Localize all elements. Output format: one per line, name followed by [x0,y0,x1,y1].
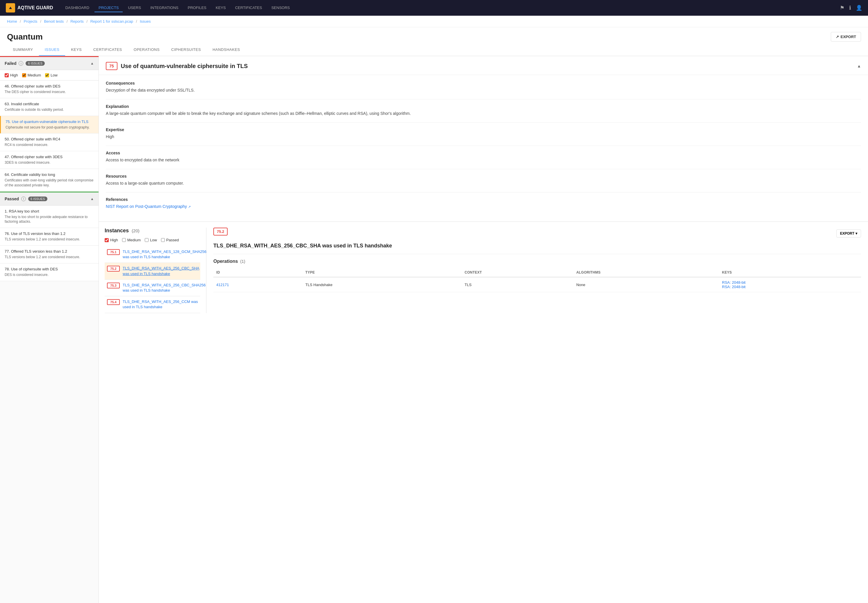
passed-info-icon[interactable]: i [21,196,26,201]
nav-integrations[interactable]: INTEGRATIONS [146,4,182,12]
key-link-2[interactable]: RSA: 2048-bit [722,284,746,289]
inst-filter-passed[interactable]: Passed [161,238,179,242]
tab-issues[interactable]: ISSUES [39,44,65,56]
breadcrumb-benoit-tests[interactable]: Benoit tests [44,19,64,23]
instance-text-75-1[interactable]: TLS_DHE_RSA_WITH_AES_128_GCM_SHA256 was … [123,249,206,260]
issue-item-63[interactable]: 63. Invalid certificate Certificate is o… [0,98,99,116]
breadcrumb-projects[interactable]: Projects [24,19,37,23]
detail-references: References NIST Report on Post-Quantum C… [106,197,861,210]
instance-text-75-4[interactable]: TLS_DHE_RSA_WITH_AES_256_CCM was used in… [123,299,198,310]
detail-collapse-icon[interactable]: ▲ [857,64,861,68]
instances-section: Instances (20) High Medium Low [99,221,868,319]
operation-id-link[interactable]: 412171 [216,283,229,287]
issue-item-47[interactable]: 47. Offered cipher suite with 3DES 3DES … [0,151,99,169]
nav-profiles[interactable]: PROFILES [184,4,210,12]
logo[interactable]: AQTIVE GUARD [6,3,53,12]
issue-desc-75: Ciphersuite not secure for post-quantum … [6,125,94,130]
tab-handshakes[interactable]: HANDSHAKES [207,44,246,56]
nav-certificates[interactable]: CERTIFICATES [231,4,266,12]
inst-filter-low[interactable]: Low [145,238,157,242]
issue-desc-50: RC4 is considered insecure. [5,142,94,147]
tab-ciphersuites[interactable]: CIPHERSUITES [165,44,207,56]
failed-info-icon[interactable]: i [19,61,23,66]
inst-filter-passed-checkbox[interactable] [161,238,165,242]
filter-medium[interactable]: Medium [22,73,41,77]
inst-filter-high-label: High [110,238,118,242]
instances-header: Instances (20) [105,228,200,234]
filter-high-checkbox[interactable] [5,73,9,77]
breadcrumb-reports[interactable]: Reports [70,19,84,23]
inst-filter-low-checkbox[interactable] [145,238,148,242]
inst-filter-high[interactable]: High [105,238,118,242]
inst-filter-low-label: Low [150,238,157,242]
breadcrumb-issues[interactable]: Issues [140,19,151,23]
instances-right: 75.2 EXPORT ▾ TLS_DHE_RSA_WITH_AES_256_C… [206,228,868,313]
passed-item-1[interactable]: 1. RSA key too short The key is too shor… [0,206,99,228]
cell-keys: RSA: 2048-bit RSA: 2048-bit [719,277,861,292]
filter-high-label: High [10,73,18,77]
instance-item-75-4[interactable]: 75.4 TLS_DHE_RSA_WITH_AES_256_CCM was us… [105,296,200,313]
export-button[interactable]: ↗ EXPORT [831,32,861,42]
instance-export-label: EXPORT [840,232,854,235]
cell-algorithms: None [573,277,719,292]
nav-keys[interactable]: KEYS [212,4,230,12]
filter-low[interactable]: Low [45,73,57,77]
issue-item-75[interactable]: 75. Use of quantum-vulnerable ciphersuit… [0,116,99,134]
external-link-icon: ↗ [188,205,191,209]
access-value: Access to encrypted data on the network [106,157,861,163]
instance-item-75-3[interactable]: 75.3 TLS_DHE_RSA_WITH_AES_256_CBC_SHA256… [105,280,200,296]
nav-sensors[interactable]: SENSORS [267,4,294,12]
passed-item-78[interactable]: 78. Use of ciphersuite with DES DES is c… [0,263,99,281]
tab-summary[interactable]: SUMMARY [7,44,39,56]
issue-item-46[interactable]: 46. Offered cipher suite with DES The DE… [0,80,99,98]
issue-desc-63: Certificate is outside its validity peri… [5,107,94,112]
passed-title-78: 78. Use of ciphersuite with DES [5,267,94,271]
failed-section-header[interactable]: Failed i 6 ISSUES ▲ [0,57,99,70]
cell-context: TLS [462,277,573,292]
filter-high[interactable]: High [5,73,18,77]
expertise-label: Expertise [106,127,861,132]
breadcrumb-home[interactable]: Home [7,19,17,23]
flag-icon[interactable]: ⚑ [840,5,845,11]
operations-table-head: ID Type Context Algorithms Keys [213,268,861,277]
key-link-1[interactable]: RSA: 2048-bit [722,280,746,284]
issue-detail-header: 75 Use of quantum-vulnerable ciphersuite… [99,56,868,75]
tab-keys[interactable]: KEYS [65,44,88,56]
tab-operations[interactable]: OPERATIONS [128,44,165,56]
issue-item-50[interactable]: 50. Offered cipher suite with RC4 RC4 is… [0,133,99,151]
instance-item-75-2[interactable]: 75.2 TLS_DHE_RSA_WITH_AES_256_CBC_SHA wa… [105,263,200,280]
instances-left: Instances (20) High Medium Low [99,228,206,313]
operations-table-body: 412171 TLS Handshake TLS None RSA: 2048-… [213,277,861,292]
nist-link[interactable]: NIST Report on Post-Quantum Cryptography [106,204,187,209]
issue-item-64[interactable]: 64. Certificate validity too long Certif… [0,169,99,192]
info-icon[interactable]: ℹ [849,5,851,11]
instance-item-75-1[interactable]: 75.1 TLS_DHE_RSA_WITH_AES_128_GCM_SHA256… [105,246,200,263]
tab-certificates[interactable]: CERTIFICATES [88,44,128,56]
instance-badge-75-4: 75.4 [107,299,120,305]
instance-text-75-3[interactable]: TLS_DHE_RSA_WITH_AES_256_CBC_SHA256 was … [123,283,205,293]
operations-section: Operations (1) ID Type Context Algorithm… [213,259,861,292]
passed-item-76[interactable]: 76. Use of TLS version less than 1.2 TLS… [0,228,99,246]
instance-export-button[interactable]: EXPORT ▾ [836,229,861,238]
nav-dashboard[interactable]: DASHBOARD [61,4,93,12]
inst-filter-medium[interactable]: Medium [122,238,141,242]
nav-items: DASHBOARD PROJECTS USERS INTEGRATIONS PR… [61,4,837,12]
filter-medium-checkbox[interactable] [22,73,26,77]
cell-id: 412171 [213,277,303,292]
failed-count: 6 ISSUES [26,61,45,66]
nav-users[interactable]: USERS [124,4,145,12]
inst-filter-medium-checkbox[interactable] [122,238,126,242]
inst-filter-high-checkbox[interactable] [105,238,109,242]
references-label: References [106,197,861,202]
instances-filters: High Medium Low Passed [105,238,200,242]
passed-item-77[interactable]: 77. Offered TLS version less than 1.2 TL… [0,246,99,263]
operations-table: ID Type Context Algorithms Keys 412171 T… [213,268,861,292]
nav-projects[interactable]: PROJECTS [94,4,123,12]
filter-low-checkbox[interactable] [45,73,49,77]
filter-low-label: Low [51,73,57,77]
failed-title: Failed [5,61,16,66]
passed-section-header[interactable]: Passed i 6 ISSUES ▲ [0,192,99,206]
user-icon[interactable]: 👤 [856,5,862,11]
instance-text-75-2[interactable]: TLS_DHE_RSA_WITH_AES_256_CBC_SHA was use… [123,266,199,276]
breadcrumb-report[interactable]: Report 1 for sslscan.pcap [90,19,133,23]
